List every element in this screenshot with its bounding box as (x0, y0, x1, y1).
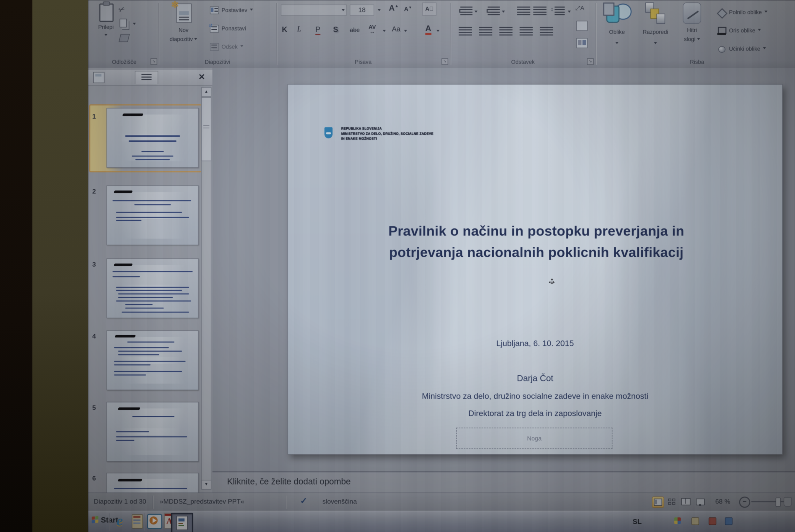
fit-to-window-icon[interactable] (784, 497, 792, 507)
footer-placeholder[interactable]: Noga (456, 428, 612, 449)
numbering-arrow[interactable] (502, 11, 505, 14)
language-indicator[interactable]: slovenščina (322, 498, 357, 505)
bold-button[interactable]: K (282, 25, 287, 34)
copy-icon[interactable] (120, 19, 127, 27)
media-player-icon[interactable] (147, 514, 162, 529)
slide-thumbnail-4[interactable] (106, 330, 198, 390)
tray-icon-folder[interactable] (692, 517, 699, 525)
font-size-dropdown-arrow[interactable] (378, 9, 381, 13)
slide-title[interactable]: Pravilnik o načinu in postopku preverjan… (334, 221, 739, 263)
numbering-icon[interactable] (488, 6, 500, 15)
align-left-button[interactable] (459, 27, 472, 36)
paragraph-dialog-launcher[interactable]: ↘ (587, 58, 593, 65)
shape-fill-button[interactable]: Polnilo oblike (717, 4, 768, 20)
spellcheck-icon[interactable]: ✓ (300, 496, 307, 506)
slide-thumbnail-1[interactable] (106, 108, 198, 168)
internet-explorer-icon[interactable]: e (117, 513, 128, 530)
increase-indent-icon[interactable] (533, 6, 546, 15)
shape-effects-button[interactable]: Učinki oblike (717, 41, 766, 56)
view-normal-button[interactable] (652, 497, 664, 508)
bullets-arrow[interactable] (474, 11, 477, 14)
move-cursor-icon: ↔ ↕ (547, 274, 559, 287)
shrink-font-button[interactable]: A▼ (404, 5, 412, 13)
tray-language-indicator[interactable]: SL (632, 517, 642, 526)
arrange-label: Razporedi (637, 29, 674, 35)
shape-outline-button[interactable]: Oris oblike (717, 23, 761, 38)
new-slide-button[interactable]: ✻ Nov diapozitiv (164, 2, 203, 53)
layout-button[interactable]: Postavitev (210, 2, 253, 18)
shapes-button[interactable]: Oblike (602, 2, 631, 55)
start-label: Start (101, 515, 118, 524)
slide-department[interactable]: Direktorat za trg dela in zaposlovanje (288, 409, 782, 418)
underline-button[interactable]: P (315, 25, 321, 35)
section-button[interactable]: Odsek (210, 39, 243, 54)
text-shadow-button[interactable]: S (333, 25, 338, 34)
decrease-indent-icon[interactable] (517, 6, 530, 15)
strikethrough-button[interactable]: abc (350, 26, 360, 34)
slide-date[interactable]: Ljubljana, 6. 10. 2015 (288, 339, 782, 348)
paste-dropdown-arrow[interactable] (105, 34, 108, 37)
font-size-combobox[interactable]: 18 (350, 4, 374, 16)
font-dialog-launcher[interactable]: ↘ (441, 58, 448, 65)
copy-dropdown-arrow[interactable] (133, 23, 136, 26)
justify-button[interactable] (520, 27, 533, 36)
zoom-level[interactable]: 68 % (715, 498, 730, 505)
slide-thumbnail-2[interactable] (106, 186, 198, 245)
format-painter-icon[interactable] (119, 34, 130, 42)
align-center-button[interactable] (479, 27, 492, 36)
smartart-convert-button[interactable] (576, 38, 587, 48)
columns-button[interactable] (540, 27, 553, 36)
clipboard-dialog-launcher[interactable]: ↘ (151, 58, 157, 65)
arrange-icon-front (657, 14, 665, 24)
notes-placeholder: Kliknite, če želite dodati opombe (227, 477, 351, 487)
arrange-button[interactable]: Razporedi (637, 2, 674, 55)
zoom-out-icon[interactable]: − (739, 497, 750, 508)
line-spacing-icon[interactable] (554, 6, 565, 15)
layout-label: Postavitev (222, 7, 247, 13)
start-button[interactable]: Start (92, 515, 118, 524)
text-direction-button[interactable]: ⤢A (575, 4, 587, 15)
cut-icon[interactable]: ✂ (117, 1, 132, 16)
tray-icon-blue[interactable] (725, 517, 733, 525)
character-spacing-arrow[interactable] (383, 30, 386, 34)
slide-thumbnail-3[interactable] (106, 259, 198, 318)
taskbar-active-window-button[interactable] (171, 513, 193, 532)
change-case-button[interactable]: Aa (392, 25, 401, 33)
quick-styles-label-1: Hitri (678, 27, 706, 33)
view-slide-sorter-button[interactable] (666, 497, 677, 507)
quick-styles-button[interactable]: Hitri slogi (678, 2, 706, 55)
grow-font-button[interactable]: A▲ (389, 3, 399, 13)
align-right-button[interactable] (499, 27, 512, 36)
font-color-button[interactable]: A (425, 24, 431, 35)
font-name-combobox[interactable] (281, 4, 347, 16)
file-manager-icon[interactable] (132, 514, 143, 529)
view-reading-button[interactable] (680, 497, 691, 507)
reset-button[interactable]: ↺ Ponastavi (210, 21, 246, 36)
line-spacing-arrow[interactable] (568, 11, 571, 14)
font-color-arrow[interactable] (436, 30, 440, 34)
slide-organization[interactable]: Ministrstvo za delo, družino socialne za… (288, 392, 782, 401)
align-text-button[interactable] (576, 21, 587, 31)
tray-icon-red[interactable] (709, 517, 716, 525)
tab-slides[interactable] (93, 72, 104, 83)
notes-pane[interactable]: Kliknite, če želite dodati opombe (212, 471, 795, 494)
italic-button[interactable]: L (297, 25, 301, 34)
close-panel-icon[interactable]: ✕ (196, 72, 207, 82)
panel-scroll-up-icon[interactable]: ▲ (201, 87, 211, 97)
slide-canvas[interactable]: REPUBLIKA SLOVENIJA MINISTRSTVO ZA DELO,… (287, 84, 783, 455)
change-case-arrow[interactable] (404, 30, 407, 34)
bullets-icon[interactable] (460, 6, 472, 15)
group-slides: ✻ Nov diapozitiv Postavitev (159, 0, 276, 67)
panel-scrollbar-thumb[interactable] (201, 97, 211, 161)
tab-outline[interactable] (135, 71, 158, 84)
character-spacing-button[interactable]: AV↔ (368, 24, 376, 35)
slide-thumbnail-5[interactable] (106, 402, 198, 462)
clear-formatting-button[interactable]: A⃣ (422, 2, 436, 16)
slide-thumbnail-6[interactable] (106, 473, 198, 493)
zoom-slider-thumb[interactable] (776, 498, 781, 507)
view-slideshow-button[interactable] (695, 497, 706, 507)
panel-scroll-down-icon[interactable]: ▼ (201, 480, 211, 490)
slide-author[interactable]: Darja Čot (288, 374, 782, 384)
paste-button[interactable]: Prilepi (94, 2, 118, 53)
tray-icon-colorwheel[interactable] (674, 517, 681, 524)
